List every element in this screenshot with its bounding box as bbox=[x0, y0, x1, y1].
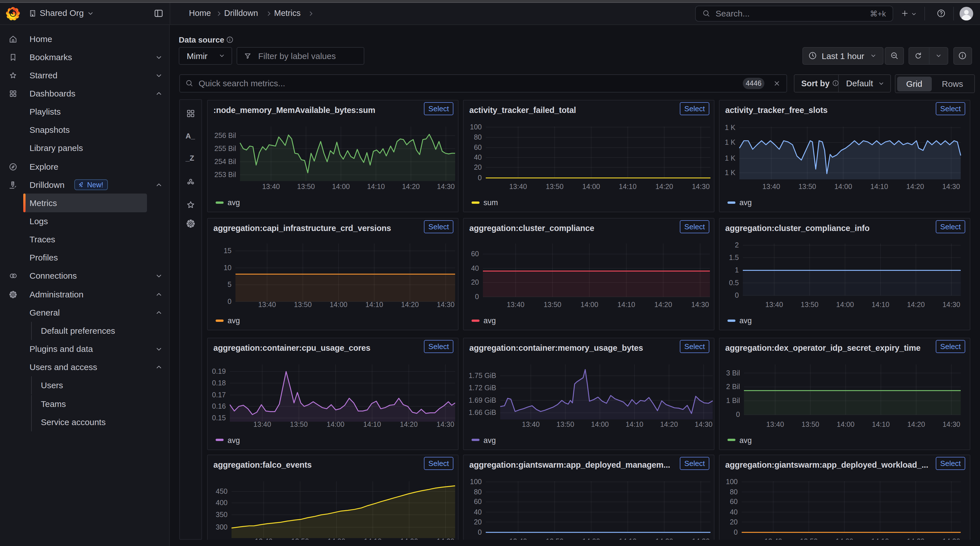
svg-text:14:30: 14:30 bbox=[943, 301, 961, 309]
svg-text:14:30: 14:30 bbox=[692, 183, 710, 190]
svg-text:80: 80 bbox=[730, 488, 738, 496]
svg-text:15: 15 bbox=[224, 247, 232, 255]
svg-text:0.5: 0.5 bbox=[729, 279, 739, 287]
svg-text:1.75 GiB: 1.75 GiB bbox=[469, 371, 496, 379]
svg-text:1.72 GiB: 1.72 GiB bbox=[469, 384, 496, 392]
svg-text:14:20: 14:20 bbox=[654, 301, 672, 309]
svg-text:0.18: 0.18 bbox=[212, 379, 226, 387]
svg-text:20: 20 bbox=[474, 163, 482, 171]
svg-text:0.15: 0.15 bbox=[212, 414, 226, 422]
svg-text:14:00: 14:00 bbox=[582, 537, 600, 540]
svg-text:40: 40 bbox=[471, 264, 479, 272]
svg-text:100: 100 bbox=[470, 123, 482, 131]
svg-text:13:50: 13:50 bbox=[291, 537, 309, 540]
svg-text:3 Bil: 3 Bil bbox=[726, 369, 740, 377]
svg-text:450: 450 bbox=[216, 487, 228, 495]
svg-text:13:50: 13:50 bbox=[546, 183, 564, 190]
svg-text:60: 60 bbox=[474, 143, 482, 151]
svg-text:13:40: 13:40 bbox=[765, 301, 783, 309]
svg-text:20: 20 bbox=[474, 518, 482, 526]
svg-text:14:20: 14:20 bbox=[907, 420, 925, 428]
svg-text:13:50: 13:50 bbox=[297, 183, 315, 190]
svg-text:14:10: 14:10 bbox=[367, 183, 385, 190]
svg-text:0: 0 bbox=[228, 298, 232, 306]
svg-text:1 Bil: 1 Bil bbox=[726, 396, 740, 404]
svg-text:0: 0 bbox=[478, 528, 482, 536]
svg-text:0: 0 bbox=[475, 293, 479, 301]
svg-text:60: 60 bbox=[730, 497, 738, 505]
svg-text:13:40: 13:40 bbox=[764, 537, 782, 540]
svg-text:14:30: 14:30 bbox=[943, 537, 961, 540]
svg-text:14:10: 14:10 bbox=[872, 301, 889, 309]
svg-text:14:20: 14:20 bbox=[906, 183, 924, 190]
svg-text:14:00: 14:00 bbox=[328, 537, 345, 540]
svg-text:14:30: 14:30 bbox=[437, 301, 455, 309]
svg-text:13:40: 13:40 bbox=[509, 537, 527, 540]
svg-text:14:30: 14:30 bbox=[437, 420, 455, 428]
svg-text:13:50: 13:50 bbox=[557, 420, 574, 428]
svg-text:13:50: 13:50 bbox=[801, 301, 819, 309]
svg-text:14:10: 14:10 bbox=[872, 420, 890, 428]
svg-text:13:40: 13:40 bbox=[766, 420, 784, 428]
svg-text:256 Bil: 256 Bil bbox=[215, 131, 236, 139]
svg-text:14:20: 14:20 bbox=[400, 420, 418, 428]
svg-text:100: 100 bbox=[726, 478, 738, 486]
svg-text:14:20: 14:20 bbox=[402, 183, 420, 190]
svg-text:14:10: 14:10 bbox=[366, 301, 383, 309]
svg-text:13:50: 13:50 bbox=[802, 420, 819, 428]
svg-text:14:00: 14:00 bbox=[834, 183, 852, 190]
svg-text:100: 100 bbox=[470, 478, 482, 486]
svg-text:14:10: 14:10 bbox=[870, 183, 888, 190]
svg-text:13:40: 13:40 bbox=[509, 183, 527, 190]
svg-text:14:30: 14:30 bbox=[691, 301, 709, 309]
svg-text:14:30: 14:30 bbox=[943, 420, 961, 428]
svg-text:0.16: 0.16 bbox=[212, 402, 226, 410]
svg-text:0: 0 bbox=[734, 528, 738, 536]
svg-text:13:50: 13:50 bbox=[800, 537, 818, 540]
svg-text:0: 0 bbox=[478, 174, 482, 181]
svg-text:20: 20 bbox=[471, 278, 479, 286]
svg-text:13:40: 13:40 bbox=[262, 183, 280, 190]
svg-text:14:00: 14:00 bbox=[591, 420, 609, 428]
svg-text:80: 80 bbox=[474, 133, 482, 141]
svg-text:13:50: 13:50 bbox=[294, 301, 312, 309]
svg-text:2: 2 bbox=[735, 241, 739, 249]
svg-text:13:40: 13:40 bbox=[522, 420, 540, 428]
svg-text:13:40: 13:40 bbox=[258, 301, 276, 309]
svg-text:14:00: 14:00 bbox=[836, 301, 854, 309]
svg-text:60: 60 bbox=[474, 497, 482, 505]
svg-text:40: 40 bbox=[730, 508, 738, 516]
svg-text:14:20: 14:20 bbox=[401, 301, 419, 309]
svg-text:400: 400 bbox=[216, 498, 228, 506]
svg-text:14:10: 14:10 bbox=[619, 183, 637, 190]
svg-text:350: 350 bbox=[216, 511, 228, 519]
svg-text:14:10: 14:10 bbox=[363, 420, 381, 428]
svg-text:13:40: 13:40 bbox=[507, 301, 525, 309]
svg-text:14:30: 14:30 bbox=[695, 420, 713, 428]
svg-text:13:40: 13:40 bbox=[255, 537, 273, 540]
svg-text:1.66 GiB: 1.66 GiB bbox=[469, 408, 496, 416]
svg-text:1 K: 1 K bbox=[725, 169, 735, 177]
svg-text:13:50: 13:50 bbox=[799, 183, 816, 190]
svg-text:14:00: 14:00 bbox=[332, 183, 350, 190]
svg-text:14:20: 14:20 bbox=[655, 537, 673, 540]
svg-text:5: 5 bbox=[228, 280, 232, 288]
svg-text:1 K: 1 K bbox=[725, 138, 735, 146]
svg-text:14:10: 14:10 bbox=[625, 420, 643, 428]
svg-text:40: 40 bbox=[474, 508, 482, 516]
svg-text:14:00: 14:00 bbox=[581, 301, 598, 309]
svg-text:14:30: 14:30 bbox=[692, 537, 710, 540]
svg-text:13:50: 13:50 bbox=[544, 301, 562, 309]
svg-text:0.17: 0.17 bbox=[212, 390, 226, 398]
svg-text:10: 10 bbox=[224, 264, 232, 272]
svg-text:2 Bil: 2 Bil bbox=[726, 382, 740, 390]
svg-text:14:20: 14:20 bbox=[907, 537, 925, 540]
svg-text:80: 80 bbox=[474, 488, 482, 496]
svg-text:13:40: 13:40 bbox=[253, 420, 271, 428]
svg-text:14:00: 14:00 bbox=[837, 420, 854, 428]
svg-text:14:30: 14:30 bbox=[942, 183, 960, 190]
svg-text:14:30: 14:30 bbox=[437, 183, 455, 190]
svg-text:14:00: 14:00 bbox=[835, 537, 853, 540]
svg-text:14:10: 14:10 bbox=[617, 301, 635, 309]
svg-text:300: 300 bbox=[216, 523, 228, 531]
